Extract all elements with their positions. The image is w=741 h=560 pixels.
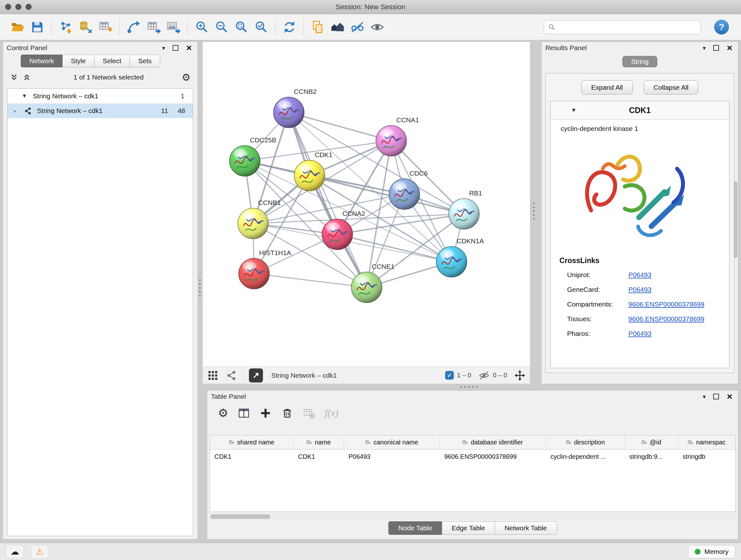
show-columns-icon[interactable] (238, 407, 250, 419)
network-options-gear-icon[interactable]: ⚙ (182, 72, 191, 82)
tab-node-table[interactable]: Node Table (388, 521, 442, 535)
crosslink-link[interactable]: 9606.ENSP00000378699 (628, 315, 704, 323)
cloud-sync-button[interactable]: ☁ (6, 545, 23, 558)
column-header[interactable]: name (293, 435, 344, 449)
export-image-button[interactable] (163, 17, 183, 37)
column-header[interactable]: description (546, 435, 625, 449)
refresh-button[interactable] (280, 17, 299, 37)
collapse-all-networks-icon[interactable] (23, 73, 31, 81)
panel-close-button[interactable]: × (186, 43, 192, 53)
tab-network[interactable]: Network (21, 55, 63, 67)
network-node[interactable]: CCNA1 (376, 116, 419, 156)
crosslink-link[interactable]: P06493 (628, 271, 651, 279)
save-session-button[interactable] (27, 17, 47, 37)
minimize-window-button[interactable] (15, 4, 21, 10)
column-header[interactable]: canonical name (344, 435, 440, 449)
zoom-selected-button[interactable] (251, 17, 271, 37)
zoom-in-button[interactable] (192, 17, 212, 37)
hide-details-button[interactable] (347, 17, 367, 37)
zoom-out-button[interactable] (212, 17, 231, 37)
tab-style[interactable]: Style (63, 55, 94, 67)
crosslink-link[interactable]: P06493 (628, 330, 651, 337)
network-node[interactable]: CDK1 (294, 151, 333, 191)
collapse-all-button[interactable]: Collapse All (644, 80, 698, 95)
tab-network-table[interactable]: Network Table (495, 521, 557, 535)
scrollbar-thumb[interactable] (210, 514, 270, 519)
table-horizontal-scrollbar[interactable] (210, 514, 736, 519)
network-collection-row[interactable]: ▼ String Network – cdk1 1 (8, 89, 193, 104)
export-network-button[interactable] (124, 17, 144, 37)
birds-eye-view-button[interactable]: ↗ (249, 368, 263, 382)
crosslink-link[interactable]: P06493 (628, 286, 651, 294)
zoom-fit-button[interactable] (231, 17, 251, 37)
tab-edge-table[interactable]: Edge Table (442, 521, 495, 535)
table-cell[interactable]: cyclin-dependent ... (546, 449, 625, 463)
network-node[interactable]: CCNB2 (273, 88, 317, 128)
tree-expand-icon[interactable]: ▼ (22, 93, 27, 99)
open-session-button[interactable] (8, 17, 27, 37)
panel-float-button[interactable]: ▾ (703, 45, 706, 51)
splitter-handle[interactable] (461, 386, 480, 388)
panel-maximize-button[interactable] (713, 394, 719, 399)
network-row-selected[interactable]: ● String Network – cdk1 11 48 (8, 104, 193, 118)
panel-float-button[interactable]: ▾ (162, 45, 165, 51)
show-details-button[interactable] (367, 17, 387, 37)
table-cell[interactable]: CDK1 (293, 449, 344, 463)
pan-crosshair-icon[interactable] (514, 370, 526, 381)
home-view-button[interactable] (328, 17, 347, 37)
expand-all-button[interactable]: Expand All (582, 80, 633, 95)
network-node[interactable]: CDC25B (229, 136, 276, 176)
search-field[interactable] (544, 20, 701, 34)
splitter-handle[interactable] (199, 279, 201, 299)
results-tab-string[interactable]: String (622, 56, 658, 67)
tab-sets[interactable]: Sets (130, 55, 160, 67)
network-canvas[interactable]: CCNB2CCNA1CDC25BCDK1CDC6RB1CCNB1CCNA2CDK… (203, 42, 530, 367)
add-column-icon[interactable] (259, 407, 272, 419)
network-edge[interactable] (254, 273, 367, 287)
column-header[interactable]: database identifier (440, 435, 546, 449)
panel-close-button[interactable]: × (727, 43, 732, 53)
warnings-button[interactable]: ⚠ (30, 545, 49, 558)
table-cell[interactable]: P06493 (344, 449, 440, 463)
network-node[interactable]: CDKN1A (436, 237, 484, 277)
network-node[interactable]: HIST1H1A (239, 249, 291, 289)
search-input[interactable] (559, 23, 697, 30)
panel-float-button[interactable]: ▾ (703, 394, 706, 400)
help-button[interactable]: ? (714, 20, 729, 35)
table-cell[interactable]: 9606.ENSP00000378699 (440, 449, 546, 463)
import-table-button[interactable] (95, 17, 115, 37)
table-row[interactable]: CDK1 CDK1 P06493 9606.ENSP00000378699 cy… (210, 449, 735, 463)
table-cell[interactable]: stringdb (678, 449, 735, 463)
results-scrollbar[interactable] (734, 181, 738, 258)
table-cell[interactable]: CDK1 (210, 449, 293, 463)
network-edge[interactable] (337, 234, 452, 262)
import-network-button[interactable] (56, 17, 76, 37)
crosslink-link[interactable]: 9606.ENSP00000378699 (628, 300, 704, 308)
table-settings-gear-icon[interactable]: ⚙ (218, 408, 228, 419)
selected-checkbox-icon[interactable]: ✓ (445, 371, 454, 380)
grid-view-icon[interactable] (207, 370, 219, 381)
panel-maximize-button[interactable] (713, 45, 719, 51)
column-header[interactable]: shared name (210, 435, 293, 449)
tab-select[interactable]: Select (94, 55, 130, 67)
column-header[interactable]: @id (625, 435, 678, 449)
column-header[interactable]: namespac (678, 435, 735, 449)
memory-button[interactable]: Memory (688, 545, 735, 558)
network-share-view-icon[interactable] (226, 370, 237, 381)
close-window-button[interactable] (5, 4, 11, 10)
delete-column-trash-icon[interactable] (281, 407, 293, 419)
copy-button[interactable] (308, 17, 328, 37)
expand-all-networks-icon[interactable] (10, 73, 18, 81)
panel-close-button[interactable]: × (727, 392, 732, 401)
load-database-button[interactable] (76, 17, 95, 37)
export-table-button[interactable] (144, 17, 163, 37)
panel-maximize-button[interactable] (173, 45, 179, 51)
gene-collapse-icon[interactable]: ▼ (571, 107, 577, 114)
zoom-window-button[interactable] (25, 4, 31, 10)
network-edge[interactable] (289, 112, 367, 287)
splitter-handle[interactable] (533, 203, 535, 222)
hidden-eye-icon[interactable] (478, 370, 490, 381)
network-node[interactable]: RB1 (449, 189, 482, 229)
table-cell[interactable]: stringdb:9... (625, 449, 678, 463)
gene-card-header[interactable]: ▼ CDK1 (550, 101, 729, 120)
